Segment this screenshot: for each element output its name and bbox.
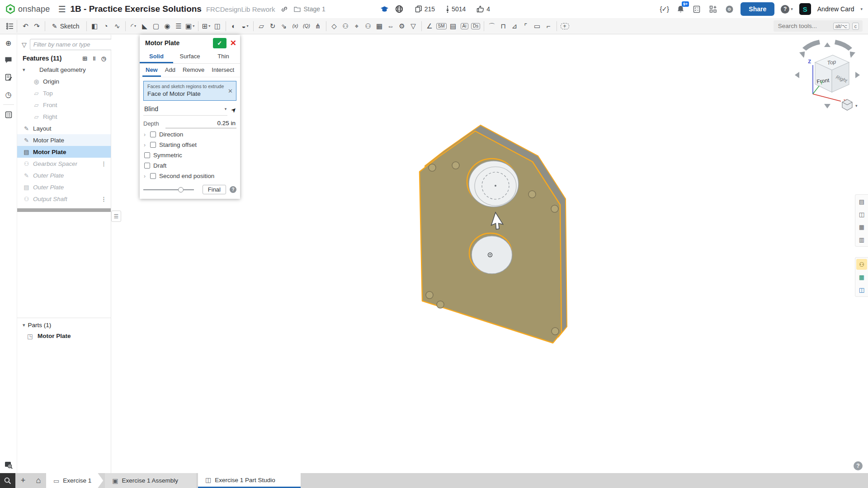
tree-expander-icon[interactable]: ▾ bbox=[23, 67, 29, 73]
view-options-cube-icon[interactable]: ▾ bbox=[842, 99, 858, 110]
boolean-op-add[interactable]: Add bbox=[162, 64, 179, 77]
tree-item-right-plane[interactable]: ▱ Right bbox=[17, 111, 111, 122]
view-cube-top-label[interactable]: Top bbox=[827, 59, 837, 66]
bend-icon[interactable]: ⌒ bbox=[486, 20, 498, 32]
comments-icon[interactable] bbox=[4, 56, 13, 65]
dialog-tab-surface[interactable]: Surface bbox=[173, 51, 207, 63]
suppress-handle-icon[interactable]: ⋮ bbox=[101, 196, 106, 202]
motor-plate-part[interactable] bbox=[407, 122, 579, 361]
release-notes-icon[interactable] bbox=[4, 73, 13, 82]
forks-stat[interactable]: 5014 bbox=[446, 5, 466, 13]
filter-icon[interactable]: ▽ bbox=[22, 41, 27, 48]
option-expander-icon[interactable]: › bbox=[144, 173, 150, 179]
revolve-icon[interactable]: ◔ bbox=[100, 20, 112, 32]
motor-hole[interactable] bbox=[469, 161, 519, 207]
new-folder-icon[interactable]: ⊞ bbox=[82, 55, 87, 62]
boolean-op-remove[interactable]: Remove bbox=[179, 64, 208, 77]
section-view-icon[interactable]: ◫ bbox=[856, 209, 867, 220]
panel-resize-handle[interactable]: ☰ bbox=[111, 211, 121, 222]
option-checkbox[interactable] bbox=[150, 131, 156, 137]
mirror-icon[interactable]: ◫ bbox=[212, 20, 223, 32]
suppress-icon[interactable]: ‖ bbox=[93, 55, 95, 62]
option-checkbox[interactable] bbox=[144, 152, 150, 158]
main-menu-icon[interactable]: ☰ bbox=[58, 4, 66, 14]
feature-list-toggle-icon[interactable] bbox=[3, 20, 17, 33]
shell-icon[interactable]: ▢ bbox=[151, 20, 162, 32]
option-expander-icon[interactable]: › bbox=[144, 142, 150, 148]
part-motor-plate[interactable]: ◳ Motor Plate bbox=[17, 330, 111, 342]
tree-item-front-plane[interactable]: ▱ Front bbox=[17, 99, 111, 111]
boolean-op-intersect[interactable]: Intersect bbox=[208, 64, 237, 77]
dialog-header[interactable]: Motor Plate ✓ ✕ bbox=[140, 35, 240, 51]
tree-item-layout-sketch[interactable]: ✎ Layout bbox=[17, 122, 111, 134]
direction-pick-arrow-icon[interactable]: ➤ bbox=[229, 105, 238, 114]
corner-icon[interactable]: ⌜ bbox=[520, 20, 532, 32]
tasks-icon[interactable] bbox=[692, 4, 702, 14]
new-tab-plus-icon[interactable]: + bbox=[15, 473, 31, 488]
option-checkbox[interactable] bbox=[150, 142, 156, 148]
tree-item-origin[interactable]: ◎ Origin bbox=[17, 75, 111, 87]
plane-icon[interactable]: ▱ bbox=[256, 20, 267, 32]
tab-exercise-1-assembly[interactable]: ▣ Exercise 1 Assembly bbox=[105, 473, 196, 488]
tab-search-icon[interactable] bbox=[0, 473, 15, 488]
variable-icon[interactable]: (x) bbox=[290, 20, 301, 32]
final-button[interactable]: Final bbox=[203, 185, 226, 194]
ai-advisor-icon[interactable]: Ai bbox=[459, 20, 470, 32]
extrude-icon[interactable]: ◧ bbox=[89, 20, 100, 32]
preview-search-icon[interactable] bbox=[4, 460, 13, 469]
link-icon[interactable] bbox=[279, 4, 289, 14]
clear-selection-icon[interactable]: ✕ bbox=[228, 88, 233, 94]
rollback-clock-icon[interactable]: ◷ bbox=[101, 55, 106, 62]
user-menu-chevron-icon[interactable]: ▾ bbox=[860, 7, 863, 11]
confirm-check-button[interactable]: ✓ bbox=[213, 38, 226, 48]
end-condition-dropdown[interactable]: Blind ▾ bbox=[143, 103, 227, 116]
fold-icon[interactable]: ⊿ bbox=[509, 20, 520, 32]
cut-list-icon[interactable] bbox=[4, 110, 13, 119]
public-globe-icon[interactable] bbox=[394, 4, 404, 14]
home-icon[interactable]: ⌂ bbox=[31, 473, 46, 488]
primitive-icon[interactable]: ◇ bbox=[329, 20, 340, 32]
tree-item-outer-plate-sketch[interactable]: ✎ Outer Plate bbox=[17, 169, 111, 181]
search-tools-input[interactable] bbox=[777, 22, 830, 30]
option-checkbox[interactable] bbox=[144, 163, 150, 169]
mate-connector-icon[interactable]: ⋔ bbox=[312, 20, 324, 32]
parts-expander-icon[interactable]: ▾ bbox=[23, 322, 25, 328]
avatar[interactable]: S bbox=[799, 3, 811, 15]
helix-icon[interactable]: ↻ bbox=[267, 20, 278, 32]
apps-grid-icon[interactable] bbox=[708, 4, 718, 14]
pin-icon[interactable]: ⌖ bbox=[351, 20, 363, 32]
slider-handle[interactable] bbox=[178, 187, 184, 192]
depth-input[interactable]: 0.25 in bbox=[165, 119, 236, 128]
tree-item-top-plane[interactable]: ▱ Top bbox=[17, 87, 111, 99]
parts-header[interactable]: ▾ Parts (1) bbox=[17, 320, 111, 330]
copies-stat[interactable]: 215 bbox=[415, 5, 435, 13]
history-icon[interactable]: ◷ bbox=[4, 90, 13, 99]
custom-table-icon[interactable]: ▦ bbox=[856, 272, 867, 282]
view-cube[interactable]: Top Front Right Z X Y ▾ bbox=[791, 39, 863, 112]
rib-icon[interactable]: ☰ bbox=[173, 20, 184, 32]
tree-group-default-geometry[interactable]: ▾ Default geometry bbox=[17, 64, 111, 75]
dialog-tab-thin[interactable]: Thin bbox=[207, 51, 240, 63]
appearance-icon[interactable]: ▦ bbox=[374, 20, 385, 32]
onshape-logo[interactable]: onshape bbox=[5, 4, 50, 14]
option-expander-icon[interactable]: › bbox=[144, 131, 150, 138]
sketch-button[interactable]: ✎ Sketch bbox=[47, 20, 84, 32]
versions-icon[interactable]: {✓} bbox=[659, 4, 669, 14]
tab-icon[interactable]: ⊓ bbox=[498, 20, 509, 32]
faces-selection-box[interactable]: Faces and sketch regions to extrude Face… bbox=[143, 81, 236, 101]
breadcrumb[interactable]: Stage 1 bbox=[294, 5, 325, 13]
transform-icon[interactable]: ⇔ bbox=[385, 20, 396, 32]
display-options-icon[interactable]: ▤ bbox=[856, 196, 867, 207]
undo-icon[interactable]: ↶ bbox=[20, 20, 31, 32]
tree-item-motor-plate-extrude[interactable]: ▤ Motor Plate bbox=[17, 146, 111, 158]
origin-target-icon[interactable]: + bbox=[559, 20, 571, 32]
bom-panel-icon[interactable]: ◫ bbox=[856, 284, 867, 295]
filter-input[interactable] bbox=[30, 39, 118, 50]
rollback-slider[interactable] bbox=[143, 187, 194, 193]
appearance-panel-icon[interactable]: ▥ bbox=[856, 234, 867, 245]
dialog-help-icon[interactable]: ? bbox=[230, 186, 236, 193]
suppress-handle-icon[interactable]: ⋮ bbox=[101, 160, 106, 167]
education-icon[interactable] bbox=[380, 4, 390, 14]
fillet-icon[interactable]: ◜ bbox=[128, 20, 139, 32]
dialog-tab-solid[interactable]: Solid bbox=[140, 51, 173, 63]
